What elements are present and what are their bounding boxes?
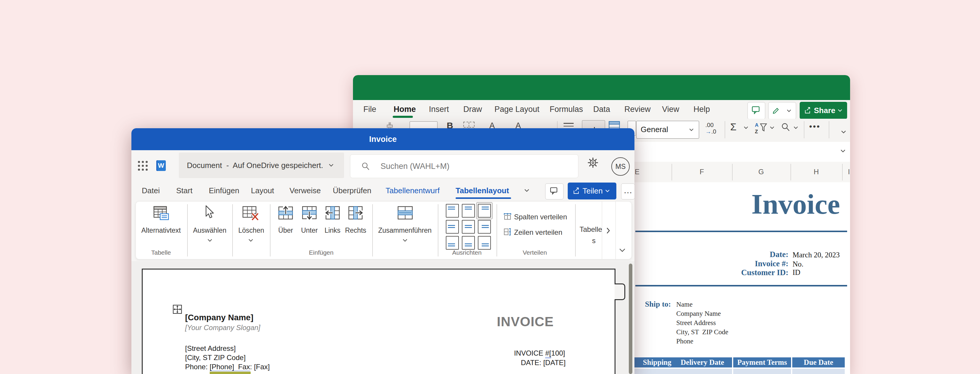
tab-tabellenlayout[interactable]: Tabellenlayout <box>456 186 509 195</box>
sort-filter-icon[interactable]: A Z <box>754 121 768 135</box>
divider <box>725 121 725 138</box>
comments-button[interactable] <box>748 102 765 119</box>
more-commands-button[interactable]: … <box>621 184 635 200</box>
share-button[interactable]: Teilen <box>568 182 616 200</box>
sheet-invoice-title: Invoice <box>751 189 840 220</box>
find-icon[interactable] <box>781 122 790 132</box>
phone-grammar-marked: [Phone] Fax <box>210 363 250 372</box>
app-launcher-icon[interactable] <box>138 161 148 171</box>
gear-icon[interactable] <box>587 157 599 169</box>
excel-tab-formulas[interactable]: Formulas <box>550 105 583 114</box>
collapse-ribbon-icon[interactable] <box>619 248 625 252</box>
align-top-left-button[interactable] <box>446 204 459 217</box>
table-move-handle-icon[interactable] <box>173 305 182 314</box>
column-header-i[interactable]: I <box>843 168 850 176</box>
share-button[interactable]: Share <box>800 102 847 119</box>
chevron-down-icon <box>787 110 791 112</box>
tab-tabellenentwurf[interactable]: Tabellenentwurf <box>386 186 439 195</box>
insert-below-icon <box>302 206 317 220</box>
editing-mode-button[interactable] <box>768 102 796 119</box>
excel-tab-draw[interactable]: Draw <box>463 105 482 114</box>
align-bottom-left-button[interactable] <box>446 236 459 249</box>
vertical-scrollbar[interactable] <box>629 264 632 374</box>
search-input[interactable] <box>380 160 565 173</box>
chevron-down-icon <box>744 126 748 129</box>
excel-tab-file[interactable]: File <box>363 105 376 114</box>
divider <box>829 121 829 138</box>
excel-tab-page-layout[interactable]: Page Layout <box>495 105 539 114</box>
number-format-dropdown[interactable]: General <box>636 121 699 139</box>
date-value: March 20, 2023 <box>792 251 840 259</box>
tab-datei[interactable]: Datei <box>142 186 160 195</box>
ribbon-overflow-button[interactable] <box>602 201 616 259</box>
search-box[interactable] <box>350 154 578 178</box>
share-label: Teilen <box>582 186 603 196</box>
insert-right-button[interactable]: Rechts <box>343 227 369 235</box>
page-side-handle[interactable] <box>614 283 625 300</box>
excel-tab-review[interactable]: Review <box>624 105 651 114</box>
group-label-ausrichten: Ausrichten <box>441 249 492 256</box>
doc-phone-line: Phone: [Phone] Fax: [Fax] <box>185 363 270 371</box>
document-page[interactable]: [Company Name] [Your Company Slogan] [St… <box>142 269 616 374</box>
share-icon <box>573 187 580 195</box>
divider-line <box>635 231 847 232</box>
distribute-rows-button[interactable]: Zeilen verteilen <box>514 228 562 237</box>
table-properties-button[interactable]: Tabelle <box>579 225 602 233</box>
table-row-cell <box>733 369 791 374</box>
invoice-number-label: Invoice #: <box>699 259 788 269</box>
excel-tab-data[interactable]: Data <box>593 105 610 114</box>
chevron-down-icon <box>770 126 774 129</box>
number-format-value: General <box>641 125 668 134</box>
comments-button[interactable] <box>545 184 563 200</box>
align-middle-right-button[interactable] <box>478 220 491 233</box>
more-options-button[interactable]: ••• <box>809 122 821 131</box>
table-properties-button-line2: s <box>592 237 596 245</box>
share-label: Share <box>814 106 835 115</box>
tab-start[interactable]: Start <box>176 186 192 195</box>
excel-tab-insert[interactable]: Insert <box>429 105 449 114</box>
expand-formula-bar-icon[interactable] <box>841 150 845 153</box>
merge-button[interactable]: Zusammenführen <box>373 227 437 235</box>
word-app-icon[interactable]: W <box>156 160 166 171</box>
insert-left-button[interactable]: Links <box>321 227 344 235</box>
group-label-tabelle: Tabelle <box>136 249 186 256</box>
column-header-g[interactable]: G <box>755 168 767 176</box>
doc-invoice-number: INVOICE #[100] <box>514 349 565 357</box>
decimal-arrow: → <box>705 128 711 135</box>
word-window: Invoice W Document - Auf OneDrive gespei… <box>131 128 635 374</box>
document-title-button[interactable]: Document - Auf OneDrive gespeichert. <box>179 153 344 178</box>
select-button[interactable]: Auswählen <box>188 227 232 235</box>
delete-button[interactable]: Löschen <box>232 227 270 235</box>
align-bottom-right-button[interactable] <box>478 236 491 249</box>
tab-layout[interactable]: Layout <box>251 186 274 195</box>
avatar[interactable]: MS <box>611 157 630 176</box>
column-header-f[interactable]: F <box>696 168 708 176</box>
phone-prefix: Phone: <box>185 363 210 371</box>
align-top-right-button[interactable] <box>478 204 491 217</box>
chevron-down-icon[interactable] <box>524 189 529 192</box>
excel-tab-view[interactable]: View <box>662 105 679 114</box>
excel-tab-help[interactable]: Help <box>694 105 710 114</box>
document-title: Document - Auf OneDrive gespeichert. <box>187 161 323 170</box>
column-header-h[interactable]: H <box>810 168 822 176</box>
autosum-button[interactable]: Σ <box>730 121 737 133</box>
align-bottom-center-button[interactable] <box>462 236 475 249</box>
alt-text-button[interactable]: Alternativtext <box>136 227 186 235</box>
divider-line <box>635 285 847 286</box>
excel-tab-home[interactable]: Home <box>394 105 416 114</box>
align-top-center-button[interactable] <box>462 204 475 217</box>
insert-below-button[interactable]: Unter <box>298 227 321 235</box>
decrease-decimal-button[interactable]: .00 →.0 <box>705 122 716 135</box>
tab-ueberpruefen[interactable]: Überprüfen <box>333 186 371 195</box>
table-row-cell <box>792 369 845 374</box>
tab-verweise[interactable]: Verweise <box>290 186 321 195</box>
distribute-columns-button[interactable]: Spalten verteilen <box>514 213 567 221</box>
tab-einfuegen[interactable]: Einfügen <box>209 186 239 195</box>
table-header-payment-terms: Payment Terms <box>733 357 791 368</box>
align-middle-left-button[interactable] <box>446 220 459 233</box>
align-middle-center-button[interactable] <box>462 220 475 233</box>
insert-above-button[interactable]: Über <box>274 227 298 235</box>
collapse-ribbon-icon[interactable] <box>841 131 846 134</box>
word-ribbon: Alternativtext Tabelle Auswählen <box>131 201 635 261</box>
insert-above-icon <box>278 206 293 220</box>
